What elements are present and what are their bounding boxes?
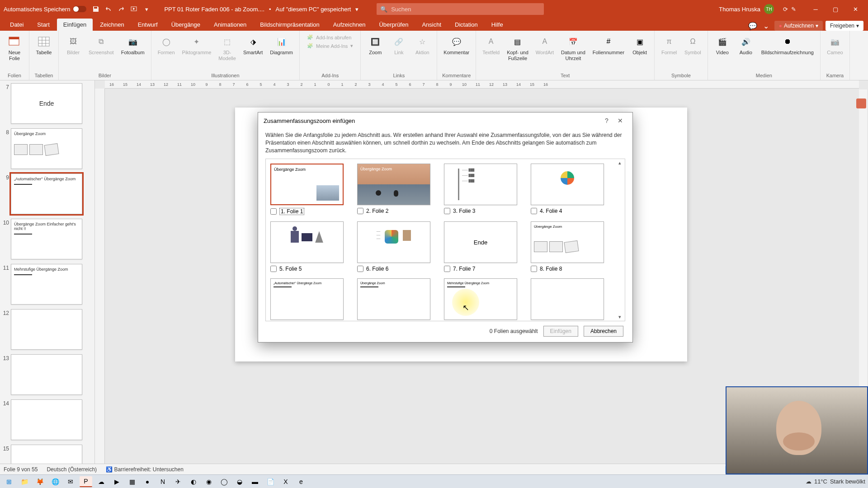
tab-aufzeichnen[interactable]: Aufzeichnen	[327, 19, 372, 31]
dialog-slide-item[interactable]: Mehrstufige Übergänge Zoom11. Folie 11	[444, 278, 524, 321]
slide-thumb-preview[interactable]	[11, 354, 82, 395]
equation-button[interactable]: πFormel	[658, 33, 680, 57]
ribbon-collapse-icon[interactable]: ⌄	[761, 21, 772, 30]
taskbar-outlook-icon[interactable]: ✉	[64, 476, 77, 487]
wordart-button[interactable]: AWordArt	[533, 33, 557, 57]
redo-icon[interactable]	[117, 5, 125, 13]
toggle-switch-icon[interactable]	[73, 6, 86, 12]
header-footer-button[interactable]: ▤Kopf- und Fußzeile	[504, 33, 531, 63]
dialog-slide-item[interactable]: ──────6. Folie 6	[357, 221, 437, 272]
slide-thumbnail-panel[interactable]: 7Ende8Übergänge Zoom9„Automatischer" Übe…	[0, 80, 95, 474]
dialog-slide-checkbox-row[interactable]: 5. Folie 5	[270, 263, 350, 272]
share-button[interactable]: Freigeben▾	[826, 21, 863, 31]
sync-icon[interactable]: ⟳	[781, 5, 789, 13]
slide-thumbnail[interactable]: 10Übergänge Zoom Einfacher geht's nicht …	[1, 219, 93, 259]
taskbar-app8-icon[interactable]: 📄	[264, 476, 277, 487]
screenshot-button[interactable]: ⧉Screenshot	[86, 33, 117, 57]
dialog-slide-item[interactable]: Übergänge Zoom1. Folie 1	[270, 164, 350, 215]
slide-thumbnail[interactable]: 11Mehrstufige Übergänge Zoom	[1, 264, 93, 305]
comments-toggle-icon[interactable]	[856, 99, 866, 108]
slide-thumbnail[interactable]: 12	[1, 309, 93, 350]
dialog-slide-checkbox-row[interactable]: 7. Folie 7	[444, 263, 524, 272]
dialog-slide-item[interactable]: 12. Folie 12	[531, 278, 610, 321]
dialog-slide-item[interactable]: Übergänge Zoom2. Folie 2	[357, 164, 437, 215]
tab-hilfe[interactable]: Hilfe	[485, 19, 509, 31]
save-location[interactable]: Auf "diesem PC" gespeichert	[276, 6, 351, 13]
slide-thumbnail[interactable]: 7Ende	[1, 83, 93, 124]
dialog-slide-preview[interactable]	[270, 221, 344, 263]
dialog-slide-preview[interactable]: Übergänge Zoom	[531, 221, 604, 263]
accessibility-checker[interactable]: ♿ Barrierefreiheit: Untersuchen	[106, 466, 184, 473]
record-button[interactable]: ●Aufzeichnen▾	[774, 21, 823, 31]
dialog-slide-item[interactable]: „Automatischer" Übergänge Zoom9. Folie 9	[270, 278, 350, 321]
tab-start[interactable]: Start	[31, 19, 56, 31]
slidenumber-button[interactable]: #Foliennummer	[590, 33, 627, 57]
tab-ansicht[interactable]: Ansicht	[415, 19, 448, 31]
dialog-slide-checkbox-row[interactable]: 2. Folie 2	[357, 205, 437, 214]
dialog-slide-preview[interactable]: „Automatischer" Übergänge Zoom	[270, 278, 344, 320]
dialog-titlebar[interactable]: Zusammenfassungszoom einfügen ? ✕	[258, 113, 632, 129]
dialog-slide-checkbox[interactable]	[444, 208, 450, 214]
symbol-button[interactable]: ΩSymbol	[682, 33, 704, 57]
dialog-slide-item[interactable]: Übergänge Zoom10. Folie 10	[357, 278, 437, 321]
taskbar-explorer-icon[interactable]: 📁	[18, 476, 31, 487]
3dmodels-button[interactable]: ⬚3D- Modelle	[216, 33, 239, 63]
cancel-button[interactable]: Abbrechen	[584, 326, 623, 337]
dialog-help-button[interactable]: ?	[600, 116, 613, 125]
tab-animationen[interactable]: Animationen	[208, 19, 253, 31]
user-account[interactable]: Thomas Hruska TH	[719, 4, 774, 14]
taskbar-chrome-icon[interactable]: 🌐	[49, 476, 61, 487]
dialog-slide-checkbox[interactable]	[270, 208, 277, 215]
taskbar-onenote-icon[interactable]: N	[156, 476, 169, 487]
dialog-slide-preview[interactable]: Übergänge Zoom	[357, 278, 430, 320]
dialog-slide-checkbox[interactable]	[270, 266, 277, 272]
dialog-slide-checkbox-row[interactable]: 3. Folie 3	[444, 205, 524, 214]
slide-thumb-preview[interactable]: „Automatischer" Übergänge Zoom	[11, 174, 82, 214]
zoom-button[interactable]: 🔲Zoom	[364, 33, 386, 57]
smartart-button[interactable]: ⬗SmartArt	[241, 33, 265, 57]
dialog-slide-checkbox-row[interactable]: 9. Folie 9	[270, 320, 350, 321]
dialog-slide-item[interactable]: ─── ███─── ███─── ███3. Folie 3	[444, 164, 524, 215]
taskbar-app4-icon[interactable]: ◐	[187, 476, 200, 487]
dialog-slide-checkbox-row[interactable]: 12. Folie 12	[531, 320, 610, 321]
tab-entwurf[interactable]: Entwurf	[132, 19, 164, 31]
tab-datei[interactable]: Datei	[4, 19, 30, 31]
taskbar-edge-icon[interactable]: e	[295, 476, 307, 487]
chart-button[interactable]: 📊Diagramm	[267, 33, 296, 57]
dialog-slide-preview[interactable]: Ende	[444, 221, 517, 263]
taskbar-excel-icon[interactable]: X	[279, 476, 292, 487]
slideshow-icon[interactable]	[130, 5, 138, 13]
document-filename[interactable]: PPT 01 Roter Faden 006 - ab Zoom....	[164, 6, 264, 13]
search-input[interactable]	[391, 6, 540, 13]
search-box[interactable]: 🔍	[377, 3, 544, 15]
tab-ueberpruefen[interactable]: Überprüfen	[373, 19, 415, 31]
dialog-slide-preview[interactable]: ─── ███─── ███─── ███	[444, 164, 517, 205]
dialog-slide-checkbox-row[interactable]: 4. Folie 4	[531, 205, 610, 214]
weather-widget[interactable]: ☁ 11°C Stark bewölkt	[806, 478, 865, 485]
taskbar-telegram-icon[interactable]: ✈	[172, 476, 184, 487]
new-slide-button[interactable]: Neue Folie	[4, 33, 25, 63]
shapes-button[interactable]: ◯Formen	[155, 33, 178, 57]
dialog-scrollbar[interactable]: ▴▾	[616, 160, 624, 320]
comment-button[interactable]: 💬Kommentar	[441, 33, 472, 57]
chevron-down-icon[interactable]: ▾	[142, 5, 151, 13]
textbox-button[interactable]: ATextfeld	[480, 33, 502, 57]
tab-dictation[interactable]: Dictation	[448, 19, 484, 31]
audio-button[interactable]: 🔊Audio	[735, 33, 757, 57]
slide-counter[interactable]: Folie 9 von 55	[4, 466, 38, 473]
minimize-button[interactable]: ─	[807, 2, 825, 16]
slide-thumb-preview[interactable]: Übergänge Zoom	[11, 128, 82, 169]
language-indicator[interactable]: Deutsch (Österreich)	[47, 466, 97, 473]
dialog-slide-checkbox[interactable]	[444, 266, 450, 272]
dialog-slide-checkbox[interactable]	[531, 266, 537, 272]
draw-icon[interactable]: ✎	[789, 5, 797, 13]
undo-icon[interactable]	[104, 5, 113, 13]
dialog-slide-checkbox[interactable]	[357, 208, 363, 214]
slide-thumb-preview[interactable]: Mehrstufige Übergänge Zoom	[11, 264, 82, 305]
taskbar-app-icon[interactable]: ☁	[95, 476, 108, 487]
pictures-button[interactable]: 🖼Bilder	[62, 33, 84, 57]
taskbar-app7-icon[interactable]: ▬	[249, 476, 261, 487]
start-button[interactable]: ⊞	[3, 476, 15, 487]
dialog-slide-item[interactable]: Übergänge Zoom8. Folie 8	[531, 221, 610, 272]
dialog-slide-preview[interactable]: ──────	[357, 221, 430, 263]
